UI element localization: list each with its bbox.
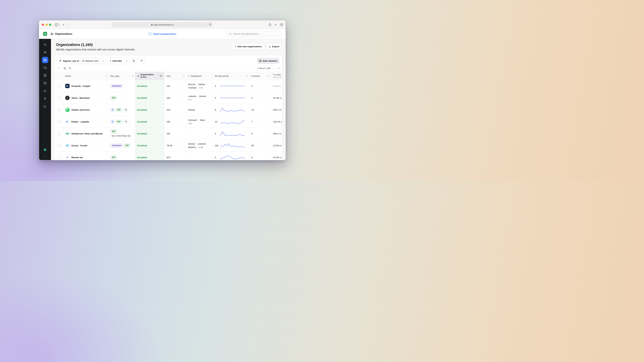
org-tag-overflow: Not in Pied Piper Sla — [110, 134, 132, 138]
add-filter-button[interactable]: + Add filter ▾ — [107, 58, 129, 64]
sidebar-item-apps[interactable] — [40, 79, 50, 87]
minimize-window-button[interactable] — [46, 24, 48, 26]
org-name[interactable]: Veum - Bernhard — [72, 97, 90, 99]
browser-window: ▾ ‹ › app.commonroom.io + — [39, 20, 286, 160]
org-name[interactable]: Kozey - Cronin — [72, 144, 87, 147]
column-header-organization-score[interactable]: Organization Score — [135, 72, 164, 80]
org-name[interactable]: Renner Inc — [72, 156, 83, 159]
address-bar[interactable]: app.commonroom.io — [112, 22, 212, 27]
org-tag[interactable]: ICP — [124, 144, 130, 147]
table-row[interactable]: RRenner IncICPExcellent8703814.3% (+ — [54, 151, 282, 160]
forward-button[interactable]: › — [66, 23, 70, 27]
tag-icon[interactable] — [69, 67, 71, 69]
search-icon — [229, 33, 232, 35]
table-row[interactable]: Adams and SonsCICP+2Excellent420GitHub61… — [54, 104, 282, 116]
row-checkbox[interactable] — [58, 156, 60, 159]
sidebar-more-button[interactable]: ⋯ — [44, 154, 46, 158]
table-row[interactable]: Vandervort, Hintz and MarvinICPNot in Pi… — [54, 128, 282, 140]
add-new-organizations-button[interactable]: + Add new organizations — [232, 43, 264, 50]
org-name[interactable]: Adams and Sons — [72, 109, 90, 111]
sidebar-item-search[interactable] — [40, 41, 50, 48]
new-tab-button[interactable]: + — [275, 23, 277, 26]
reload-icon[interactable] — [209, 23, 211, 26]
column-header-contacts[interactable]: Contacts — [249, 72, 271, 80]
sort-arrows-icon[interactable] — [183, 75, 184, 77]
share-icon[interactable] — [269, 23, 271, 26]
search-input[interactable] — [233, 32, 279, 35]
org-tag[interactable]: ICP — [110, 96, 117, 100]
sort-arrows-icon[interactable] — [132, 75, 134, 77]
grid-view-icon[interactable] — [64, 67, 66, 69]
org-tag[interactable]: C — [110, 120, 115, 124]
column-header-integrations[interactable]: T Integrations — [186, 72, 213, 80]
column-header-org-tags[interactable]: Org. tags — [108, 72, 135, 80]
global-search[interactable] — [227, 31, 282, 37]
org-integrations: GitHubLinkedInMedium+ 12 — [186, 140, 213, 151]
org-tag[interactable]: +2 — [123, 108, 128, 112]
next-page-button[interactable]: › — [278, 67, 279, 70]
org-tag[interactable]: C — [110, 108, 115, 112]
previous-page-button[interactable]: ‹ — [274, 67, 275, 70]
org-tag[interactable]: ICP — [116, 108, 122, 112]
reset-filters-button[interactable]: ↺ — [138, 58, 144, 64]
remove-filter-icon[interactable]: × — [102, 60, 104, 62]
sidebar-item-automations[interactable] — [40, 95, 50, 102]
sort-arrows-icon[interactable] — [246, 75, 248, 77]
sidebar-item-reports[interactable]: › — [40, 103, 50, 110]
column-header-size[interactable]: Size — [164, 72, 186, 80]
sort-arrows-icon[interactable] — [106, 75, 107, 77]
export-button[interactable]: Export — [266, 43, 282, 50]
table-row[interactable]: Veum - BernhardICPExcellent150LinkedInGi… — [54, 92, 282, 104]
sort-descending-icon[interactable] — [160, 75, 162, 77]
table-row[interactable]: N▸Kovacek - CasperCustomerExcellent141Di… — [54, 80, 282, 92]
column-header-name[interactable]: Name — [63, 72, 108, 80]
column-header-activity[interactable]: 90-day activity — [213, 72, 249, 80]
select-all-checkbox[interactable] — [58, 67, 60, 70]
org-integrations: OutreachSlack+ 5 — [186, 116, 213, 128]
row-checkbox[interactable] — [58, 144, 60, 147]
org-tag[interactable]: ICP — [116, 120, 122, 124]
tab-overview-icon[interactable] — [280, 23, 283, 26]
column-header-pct-contacted[interactable]: % conta Last 12 w — [271, 72, 282, 80]
back-button[interactable]: ‹ — [62, 23, 66, 27]
row-checkbox[interactable] — [58, 108, 60, 111]
sidebar-item-organizations[interactable]: › — [40, 56, 50, 64]
impersonating-banner[interactable]: i Impersonating Owner — [148, 32, 176, 35]
sidebar-item-members[interactable]: › — [40, 49, 50, 56]
sidebar-item-announcements[interactable] — [40, 87, 50, 94]
org-tag[interactable]: Customer — [110, 84, 123, 88]
row-checkbox[interactable] — [58, 132, 60, 135]
row-checkbox[interactable] — [58, 96, 60, 99]
sidebar: ›››› ⋯ — [39, 39, 51, 160]
org-tag[interactable]: ICP — [110, 156, 117, 159]
org-name[interactable]: Vandervort, Hintz and Marvin — [72, 132, 102, 135]
activity-sparkline — [220, 131, 245, 136]
zoom-window-button[interactable] — [49, 24, 51, 26]
edit-columns-button[interactable]: Edit columns — [257, 58, 279, 64]
sidebar-item-workspace[interactable] — [40, 72, 50, 79]
org-pct-contacted: 25% (+3 — [271, 104, 282, 116]
add-filter-caret[interactable]: ▾ — [124, 58, 129, 64]
close-window-button[interactable] — [42, 24, 44, 26]
org-name[interactable]: Kovacek - Casper — [72, 85, 90, 87]
sidebar-item-conversations[interactable]: › — [40, 64, 50, 71]
org-activity: 6 — [213, 104, 249, 116]
organizations-icon — [50, 32, 54, 35]
org-tag[interactable]: ICP — [110, 129, 117, 133]
table-row[interactable]: ciscoKozey - CroninCustomerICPExcellent7… — [54, 140, 282, 151]
signal-chip-website-visits[interactable]: Website visits — [80, 58, 100, 63]
chevron-down-icon[interactable]: ▾ — [59, 24, 60, 25]
org-tag[interactable]: +3 — [123, 120, 128, 124]
signals-filter[interactable]: Signals: any of Website visits × — [57, 58, 106, 64]
row-checkbox[interactable] — [58, 120, 60, 123]
row-checkbox[interactable] — [58, 84, 60, 87]
org-name[interactable]: Parker - Labadie — [72, 120, 89, 123]
save-view-button[interactable] — [131, 58, 137, 64]
sort-arrows-icon[interactable] — [268, 75, 270, 77]
table-row[interactable]: Parker - LabadieCICP+3Excellent150Outrea… — [54, 116, 282, 128]
org-tag[interactable]: Customer — [110, 144, 123, 147]
sidebar-toggle-icon[interactable] — [55, 23, 58, 26]
org-score: Excellent — [137, 120, 147, 123]
common-room-logo-icon[interactable] — [43, 32, 47, 36]
org-score: Excellent — [137, 132, 147, 135]
